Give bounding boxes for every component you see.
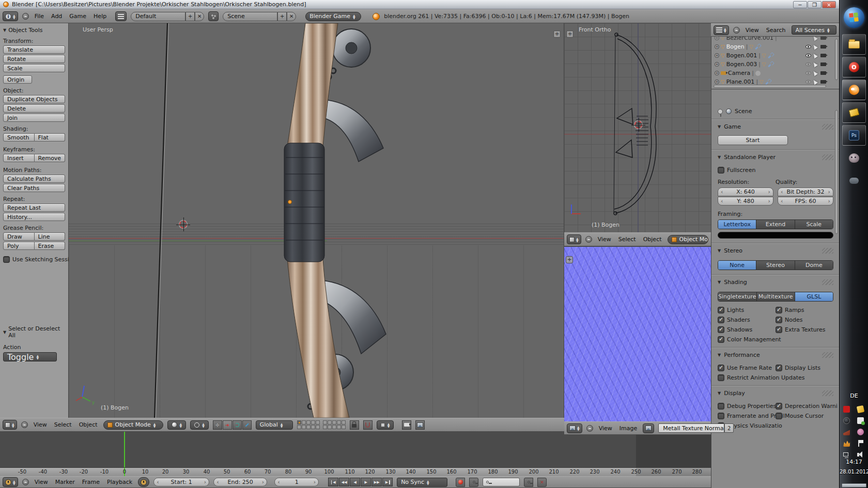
- taskbar-tool-button[interactable]: [842, 102, 866, 123]
- restrict-render-icon[interactable]: [820, 71, 826, 75]
- manipulator-toggle-button[interactable]: ⊹: [213, 420, 222, 430]
- bit-depth-stepper[interactable]: Bit Depth: 32: [778, 187, 833, 196]
- restrict-view-icon[interactable]: [805, 62, 811, 66]
- rotate-button[interactable]: Rotate: [3, 55, 65, 63]
- collapse-menus-icon[interactable]: [22, 13, 29, 20]
- restrict-select-icon[interactable]: [812, 44, 818, 50]
- remove-keyframe-button[interactable]: Remove: [35, 154, 66, 162]
- outliner-row-camera[interactable]: + Camera|: [711, 69, 839, 77]
- expand-icon[interactable]: +: [715, 62, 719, 67]
- restrict-select-icon[interactable]: [812, 61, 818, 68]
- ramps-checkbox[interactable]: Ramps: [776, 307, 833, 313]
- menu-select[interactable]: Select: [53, 421, 73, 428]
- outliner-row-bogen001[interactable]: + ▽ Bogen.001| ▽: [711, 51, 839, 60]
- flag-tray-icon[interactable]: [857, 440, 864, 447]
- shading-multitexture-button[interactable]: Multitexture: [757, 292, 795, 301]
- horn-tray-icon[interactable]: [843, 429, 850, 435]
- outliner-row-plane001[interactable]: + ▽ Plane.001| ▽: [711, 77, 839, 85]
- translate-manipulator-button[interactable]: ➜: [223, 420, 232, 430]
- restrict-render-icon[interactable]: [820, 80, 826, 84]
- add-layout-button[interactable]: +: [185, 12, 195, 21]
- messenger-tray-icon[interactable]: [857, 417, 864, 424]
- restrict-select-icon[interactable]: [812, 53, 818, 59]
- restrict-view-icon[interactable]: [805, 54, 811, 57]
- panel-display[interactable]: Display: [718, 390, 833, 397]
- editor-type-button-3dview[interactable]: [3, 420, 17, 430]
- next-keyframe-button[interactable]: ▶▶: [371, 478, 382, 486]
- taskbar-explorer-button[interactable]: [842, 34, 866, 55]
- scale-manipulator-button[interactable]: [242, 420, 252, 430]
- orientation-dropdown[interactable]: Global: [256, 420, 293, 430]
- current-frame-stepper[interactable]: 1: [274, 478, 319, 486]
- expand-icon[interactable]: +: [715, 37, 719, 40]
- menu-playback[interactable]: Playback: [105, 479, 134, 485]
- duplicate-objects-button[interactable]: Duplicate Objects: [3, 95, 65, 103]
- editor-type-button-info[interactable]: i: [3, 11, 18, 21]
- resolution-y-stepper[interactable]: Y: 480: [718, 197, 773, 206]
- smooth-button[interactable]: Smooth: [3, 133, 35, 141]
- collapse-menus-icon[interactable]: [585, 236, 592, 243]
- opengl-render-button[interactable]: [402, 420, 411, 430]
- join-button[interactable]: Join: [3, 114, 65, 122]
- show-desktop-button[interactable]: [842, 483, 866, 487]
- menu-view[interactable]: View: [744, 27, 761, 34]
- steam-tray-icon[interactable]: [843, 417, 850, 424]
- menu-select[interactable]: Select: [617, 236, 638, 243]
- extra-textures-checkbox[interactable]: Extra Textures: [776, 326, 833, 333]
- expand-region-icon[interactable]: +: [566, 256, 573, 263]
- viewport-3d-main[interactable]: User Persp (1) Bogen y +: [69, 23, 564, 418]
- insert-keyframe-button[interactable]: Insert: [3, 154, 35, 162]
- physics-visualization-checkbox[interactable]: Physics Visualizatio: [718, 422, 833, 429]
- resolution-x-stepper[interactable]: X: 640: [718, 187, 773, 196]
- origin-button[interactable]: Origin: [3, 75, 32, 84]
- framing-scale-button[interactable]: Scale: [795, 220, 833, 229]
- taskbar-photoshop-button[interactable]: Ps: [842, 125, 866, 146]
- taskbar-game-button[interactable]: [842, 170, 866, 191]
- panel-stereo[interactable]: Stereo: [718, 247, 833, 254]
- restrict-view-icon[interactable]: [805, 71, 811, 75]
- screen-layout-icon-button[interactable]: [115, 11, 127, 21]
- gp-erase-button[interactable]: Erase: [35, 242, 66, 250]
- history-button[interactable]: History...: [3, 213, 65, 221]
- scenes-filter-dropdown[interactable]: All Scenes: [792, 25, 836, 35]
- menu-game[interactable]: Game: [68, 13, 88, 20]
- editor-type-button-timeline[interactable]: [3, 477, 18, 487]
- restrict-render-icon[interactable]: [820, 54, 826, 57]
- language-indicator[interactable]: DE: [840, 392, 868, 399]
- menu-image[interactable]: Image: [618, 425, 639, 432]
- taskbar-blender-button[interactable]: [842, 80, 866, 100]
- collapse-menus-icon[interactable]: [733, 27, 740, 34]
- expand-icon[interactable]: +: [715, 80, 719, 84]
- pink-tray-icon[interactable]: [857, 429, 864, 435]
- viewport-3d-front[interactable]: Front Ortho (1) Bogen +: [564, 23, 711, 232]
- network-tray-icon[interactable]: [843, 451, 850, 458]
- active-keying-set-field[interactable]: [483, 478, 520, 486]
- collapse-menus-icon[interactable]: [21, 421, 28, 428]
- add-scene-button[interactable]: +: [277, 12, 287, 21]
- restrict-select-icon[interactable]: [812, 37, 818, 41]
- close-button[interactable]: ×: [822, 1, 836, 8]
- previous-keyframe-button[interactable]: ◀◀: [339, 478, 349, 486]
- maximize-button[interactable]: ❐: [808, 1, 822, 8]
- snap-toggle-button[interactable]: [363, 420, 373, 430]
- insert-keyframes-button[interactable]: [524, 478, 533, 487]
- outliner-vertical-scrollbar[interactable]: [835, 39, 838, 80]
- outliner-row-beziercurve[interactable]: + ▽ BezierCurve.001|: [711, 37, 839, 42]
- outliner-row-bogen[interactable]: + ▽ Bogen| ▽: [711, 42, 839, 51]
- fullscreen-checkbox[interactable]: Fullscreen: [718, 167, 833, 174]
- properties-scrollbar[interactable]: [835, 110, 838, 234]
- shading-singletexture-button[interactable]: Singletexture: [718, 292, 757, 301]
- menu-object[interactable]: Object: [78, 421, 99, 428]
- action-dropdown[interactable]: Toggle: [3, 352, 57, 361]
- delete-layout-button[interactable]: ✕: [195, 12, 204, 21]
- viewport-shading-dropdown[interactable]: [167, 420, 187, 430]
- restrict-select-icon[interactable]: [812, 79, 818, 85]
- editor-type-button-outliner[interactable]: [714, 25, 729, 35]
- image-name-field[interactable]: Metall Texture Normal: [658, 423, 724, 433]
- clock-date[interactable]: 28.01.2012: [840, 469, 868, 475]
- restrict-render-icon[interactable]: [820, 62, 826, 66]
- crown-tray-icon[interactable]: [843, 440, 850, 447]
- pin-icon[interactable]: [718, 109, 723, 114]
- clear-paths-button[interactable]: Clear Paths: [3, 184, 65, 192]
- uv-image-editor[interactable]: +: [564, 246, 711, 421]
